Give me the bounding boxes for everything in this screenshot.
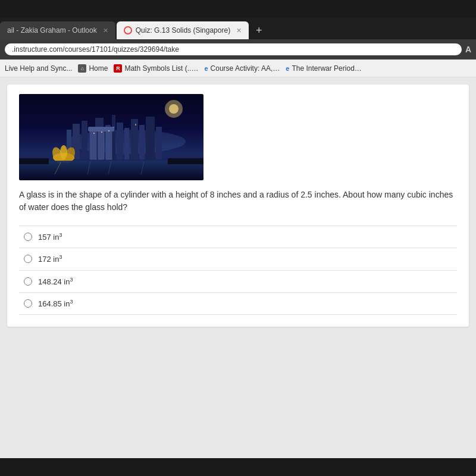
top-bar — [0, 0, 476, 18]
option-1-label: 157 in3 — [38, 232, 62, 242]
svg-rect-10 — [112, 115, 115, 159]
home-icon: ⌂ — [78, 64, 86, 73]
svg-rect-32 — [101, 131, 102, 133]
bookmark-live-help[interactable]: Live Help and Sync... — [5, 64, 72, 73]
tab-close-outlook[interactable]: ✕ — [103, 27, 108, 35]
option-2-label: 172 in3 — [38, 254, 62, 264]
bookmark-math[interactable]: R Math Symbols List (..… — [114, 64, 198, 73]
tab-close-quiz[interactable]: ✕ — [236, 27, 242, 35]
svg-rect-31 — [93, 133, 95, 134]
address-suffix: A — [465, 45, 471, 54]
svg-rect-36 — [168, 158, 203, 164]
course-e-icon: e — [204, 65, 208, 72]
radio-option-1[interactable] — [24, 233, 32, 241]
radio-option-4[interactable] — [24, 299, 32, 308]
svg-rect-16 — [156, 127, 162, 159]
svg-rect-35 — [19, 158, 49, 164]
tab-bar: ail - Zakia Graham - Outlook ✕ Quiz: G.1… — [0, 18, 476, 39]
bookmark-interwar[interactable]: e The Interwar Period… — [286, 64, 362, 73]
browser-chrome: ail - Zakia Graham - Outlook ✕ Quiz: G.1… — [0, 18, 476, 77]
math-label: Math Symbols List (..… — [124, 64, 198, 73]
svg-rect-6 — [82, 121, 87, 159]
svg-rect-33 — [108, 130, 109, 131]
svg-rect-15 — [146, 117, 155, 159]
question-text: A glass is in the shape of a cylinder wi… — [19, 189, 457, 214]
svg-rect-18 — [90, 131, 96, 159]
svg-point-25 — [60, 145, 67, 159]
quiz-tab-icon — [124, 26, 132, 35]
bookmark-home[interactable]: ⌂ Home — [78, 64, 108, 73]
option-4[interactable]: 164.85 in3 — [19, 292, 457, 315]
skyline-image — [19, 94, 203, 180]
skyline-svg — [19, 94, 203, 180]
interwar-e-icon: e — [286, 65, 289, 72]
svg-rect-12 — [124, 128, 129, 159]
course-label: Course Activity: AA,… — [211, 64, 280, 73]
interwar-label: The Interwar Period… — [292, 64, 361, 73]
address-input[interactable] — [5, 43, 462, 55]
tab-quiz[interactable]: Quiz: G.13 Solids (Singapore) ✕ — [117, 21, 249, 39]
svg-rect-20 — [106, 129, 112, 159]
svg-rect-21 — [88, 127, 114, 131]
bookmarks-bar: Live Help and Sync... ⌂ Home R Math Symb… — [0, 60, 476, 77]
radio-option-2[interactable] — [24, 255, 32, 263]
radio-option-3[interactable] — [24, 277, 32, 286]
outlook-tab-label: ail - Zakia Graham - Outlook — [7, 26, 97, 35]
option-1[interactable]: 157 in3 — [19, 226, 457, 248]
option-2[interactable]: 172 in3 — [19, 248, 457, 270]
options-list: 157 in3 172 in3 148.24 in3 164.85 in3 — [19, 226, 457, 315]
bottom-bar — [0, 458, 476, 476]
address-bar: A — [0, 39, 476, 60]
tab-outlook[interactable]: ail - Zakia Graham - Outlook ✕ — [0, 21, 115, 39]
content-area: A glass is in the shape of a cylinder wi… — [0, 77, 476, 476]
svg-rect-13 — [131, 119, 138, 159]
svg-point-2 — [169, 104, 178, 114]
quiz-tab-label: Quiz: G.13 Solids (Singapore) — [136, 26, 230, 35]
bookmark-course[interactable]: e Course Activity: AA,… — [204, 64, 280, 73]
svg-rect-11 — [117, 123, 123, 159]
live-help-label: Live Help and Sync... — [5, 64, 72, 73]
option-4-label: 164.85 in3 — [38, 299, 73, 308]
svg-rect-14 — [139, 125, 145, 159]
option-3-label: 148.24 in3 — [38, 277, 73, 286]
home-label: Home — [89, 64, 108, 73]
new-tab-button[interactable]: + — [250, 21, 268, 39]
math-r-icon: R — [114, 64, 122, 73]
svg-rect-19 — [98, 130, 104, 159]
svg-rect-34 — [135, 124, 136, 126]
quiz-card: A glass is in the shape of a cylinder wi… — [7, 84, 469, 327]
option-3[interactable]: 148.24 in3 — [19, 270, 457, 292]
